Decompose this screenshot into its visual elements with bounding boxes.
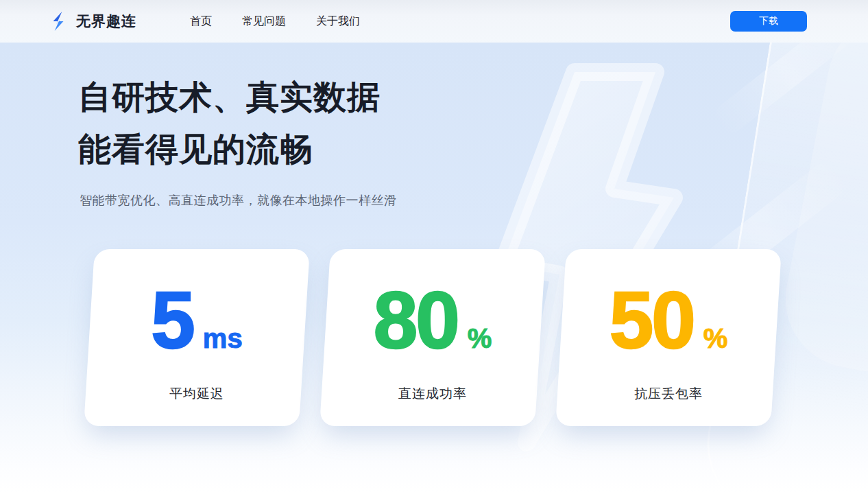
stat-card-direct-rate: 80 % 直连成功率 [320,249,546,426]
hero-title-line1: 自研技术、真实数据 [78,79,381,115]
hero-subtitle: 智能带宽优化、高直连成功率，就像在本地操作一样丝滑 [80,191,397,209]
nav-item-home[interactable]: 首页 [190,0,212,43]
hero-section: 自研技术、真实数据 能看得见的流畅 智能带宽优化、高直连成功率，就像在本地操作一… [0,43,868,492]
stat-label-latency: 平均延迟 [169,385,224,403]
brand-bolt-icon [48,11,69,32]
stat-value-packet-loss: 50 % [610,281,728,360]
stat-card-latency: 5 ms 平均延迟 [84,249,310,426]
stat-label-direct-rate: 直连成功率 [398,385,467,403]
stat-card-packet-loss: 50 % 抗压丢包率 [555,249,782,426]
brand-name: 无界趣连 [76,12,136,31]
stat-value-direct-rate: 80 % [374,281,492,360]
diagonal-streak-decoration [709,43,868,139]
stat-value-latency: 5 ms [151,281,242,360]
main-nav: 首页 常见问题 关于我们 [190,0,360,43]
stats-card-row: 5 ms 平均延迟 80 % 直连成功率 50 % 抗压丢包率 [89,249,776,426]
nav-item-about[interactable]: 关于我们 [316,0,360,43]
brand-logo[interactable]: 无界趣连 [48,11,136,32]
nav-item-faq[interactable]: 常见问题 [242,0,286,43]
stat-label-packet-loss: 抗压丢包率 [634,385,703,403]
top-nav-bar: 无界趣连 首页 常见问题 关于我们 下载 [0,0,868,43]
hero-title-line2: 能看得见的流畅 [78,131,313,167]
download-button[interactable]: 下载 [730,11,807,32]
hero-title: 自研技术、真实数据 能看得见的流畅 [78,71,381,176]
right-edge-outer-decoration [774,43,868,384]
